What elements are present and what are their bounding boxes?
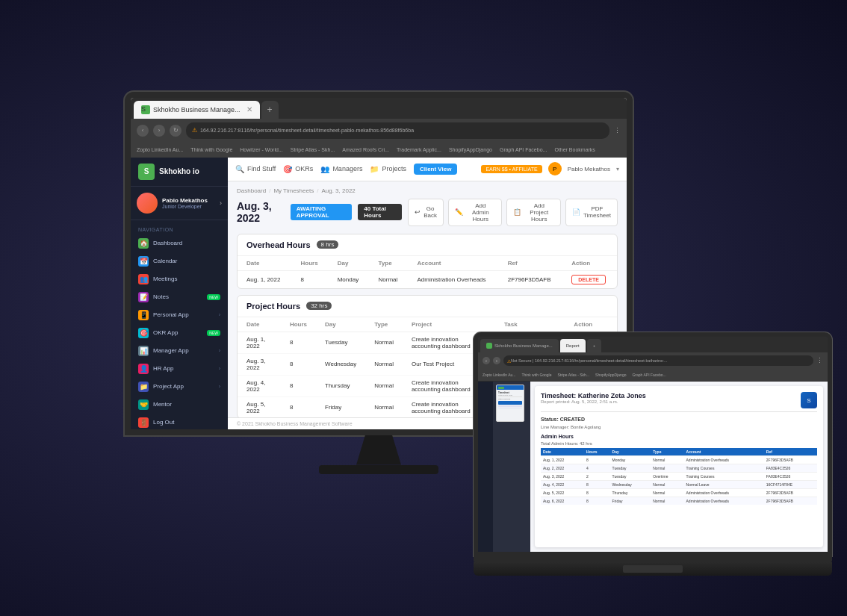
proj-row3-date: Aug. 4, 2022 xyxy=(238,375,281,396)
projects-btn[interactable]: 📁 Projects xyxy=(370,165,406,173)
sidebar-logo: S Skhokho io xyxy=(131,158,228,187)
go-back-button[interactable]: ↩ Go Back xyxy=(408,199,444,226)
overhead-row1-type: Normal xyxy=(370,270,409,288)
sidebar-item-label-notes: Notes xyxy=(153,293,169,300)
r2-account: Training Courses xyxy=(684,464,764,473)
r3-account: Training Courses xyxy=(684,473,764,481)
sidebar-item-calendar[interactable]: 📅 Calendar xyxy=(131,252,228,270)
top-nav-right: EARN $$ • AFFILIATE P Pablo Mekathos ▾ xyxy=(481,162,619,175)
main-wrapper: S Skhokho Business Manage... ✕ + ‹ › ↻ ⚠… xyxy=(0,0,847,616)
laptop-browser: Skhokho Business Manage... Report + ‹ › … xyxy=(478,337,828,382)
pdf-timesheet-button[interactable]: 📄 PDF Timesheet xyxy=(565,199,618,226)
okrs-icon: 🎯 xyxy=(283,165,292,173)
bookmark-7[interactable]: ShopifyAppDjango xyxy=(449,147,492,152)
r5-account: Administration Overheads xyxy=(684,489,764,497)
laptop-back-btn[interactable]: ‹ xyxy=(483,357,490,364)
report-thumbnail[interactable]: Timesheet Katherine Zeta Jones Status: C… xyxy=(496,385,524,422)
tab-close[interactable]: ✕ xyxy=(246,105,252,113)
okrs-btn[interactable]: 🎯 OKRs xyxy=(283,165,313,173)
add-admin-label: Add Admin Hours xyxy=(466,202,495,223)
sidebar-item-personal-app[interactable]: 📱 Personal App › xyxy=(131,306,228,324)
r6-date: Aug. 6, 2022 xyxy=(541,497,584,505)
report-col-type: Type xyxy=(651,448,683,456)
bookmark-6[interactable]: Trademark Applic... xyxy=(397,147,441,152)
header-actions: ↩ Go Back ✏️ Add Admin Hours 📋 xyxy=(408,199,618,226)
page-date: Aug. 3, 2022 xyxy=(237,200,285,224)
page-header: Aug. 3, 2022 AWAITING APPROVAL 40 Total … xyxy=(237,199,618,226)
r2-hours: 4 xyxy=(584,464,610,473)
laptop-url-bar[interactable]: ⚠ Not Secure | 164.92.216.217:8116/hr/pe… xyxy=(503,355,813,366)
add-project-icon: 📋 xyxy=(513,208,521,216)
list-item: Aug. 1, 2022 8 Monday Normal Administrat… xyxy=(541,456,817,464)
overhead-table: Date Hours Day Type Account Ref Action xyxy=(238,256,617,288)
browser-tab-new[interactable]: + xyxy=(261,101,279,119)
proj-row1-type: Normal xyxy=(365,332,403,353)
bookmark-5[interactable]: Amazed Roofs Cri... xyxy=(342,147,389,152)
sidebar-item-manager-app[interactable]: 📊 Manager App › xyxy=(131,342,228,360)
forward-button[interactable]: › xyxy=(153,125,165,137)
managers-label: Managers xyxy=(332,165,362,172)
laptop-panel: Timesheet Katherine Zeta Jones Status: C… xyxy=(493,382,530,552)
calendar-icon: 📅 xyxy=(138,256,149,267)
find-stuff-btn[interactable]: 🔍 Find Stuff xyxy=(235,165,276,173)
r2-type: Normal xyxy=(651,464,683,473)
laptop-forward-btn[interactable]: › xyxy=(493,357,500,364)
sidebar-item-label-dashboard: Dashboard xyxy=(153,240,182,246)
proj-row1-hours: 8 xyxy=(281,332,316,353)
nav-label: Navigation xyxy=(131,225,228,234)
bookmark-3[interactable]: Howitzer - World... xyxy=(240,147,282,152)
user-info: Pablo Mekathos Junior Developer xyxy=(162,197,215,209)
sidebar-item-logout[interactable]: 🚪 Log Out xyxy=(131,414,228,429)
url-bar[interactable]: ⚠ 164.92.216.217:8116/hr/personal/timesh… xyxy=(186,122,609,139)
bookmark-9[interactable]: Other Bookmarks xyxy=(554,147,595,152)
list-item: Aug. 3, 2022 2 Tuesday Overtime Training… xyxy=(541,473,817,481)
overhead-row1-ref: 2F796F3D5AFB xyxy=(499,270,562,288)
add-admin-hours-button[interactable]: ✏️ Add Admin Hours xyxy=(448,199,502,226)
browser-tab-active[interactable]: S Skhokho Business Manage... ✕ xyxy=(134,101,260,119)
laptop-bk-1[interactable]: Zopto LinkedIn Au... xyxy=(483,373,515,377)
sidebar-item-dashboard[interactable]: 🏠 Dashboard xyxy=(131,234,228,252)
reload-button[interactable]: ↻ xyxy=(170,125,182,137)
bookmark-2[interactable]: Think with Google xyxy=(190,147,232,152)
back-button[interactable]: ‹ xyxy=(137,125,149,137)
sidebar-item-label-calendar: Calendar xyxy=(153,258,177,264)
report-section-title: Admin Hours xyxy=(541,434,817,439)
laptop-bk-2[interactable]: Think with Google xyxy=(521,373,551,377)
laptop-bk-5[interactable]: Graph API Facebo... xyxy=(632,373,666,377)
sidebar-item-notes[interactable]: 📝 Notes NEW xyxy=(131,288,228,306)
add-project-hours-button[interactable]: 📋 Add Project Hours xyxy=(506,199,561,226)
laptop-tab-new[interactable]: + xyxy=(587,339,602,352)
monitor-base xyxy=(319,465,438,474)
breadcrumb-timesheets[interactable]: My Timesheets xyxy=(273,187,314,194)
laptop-trackpad[interactable] xyxy=(623,565,683,573)
bookmark-4[interactable]: Stripe Atlas - Skh... xyxy=(291,147,335,152)
laptop-tab-2-label: Report xyxy=(566,343,580,348)
list-item: Aug. 4, 2022 8 Wednesday Normal Normal L… xyxy=(541,481,817,489)
client-view-btn[interactable]: Client View xyxy=(414,164,458,175)
r3-date: Aug. 3, 2022 xyxy=(541,473,584,481)
proj-row4-date: Aug. 5, 2022 xyxy=(238,396,281,417)
add-project-label: Add Project Hours xyxy=(524,202,554,223)
list-item: Aug. 6, 2022 8 Friday Normal Administrat… xyxy=(541,497,817,505)
laptop-tab-1[interactable]: Skhokho Business Manage... xyxy=(480,339,559,352)
sidebar-item-okr-app[interactable]: 🎯 OKR App NEW xyxy=(131,324,228,342)
proj-row4-day: Friday xyxy=(316,396,365,417)
report-header: Timesheet: Katherine Zeta Jones Report p… xyxy=(541,392,817,412)
sidebar-item-hr-app[interactable]: 👤 HR App › xyxy=(131,360,228,378)
earn-btn[interactable]: EARN $$ • AFFILIATE xyxy=(481,165,542,173)
user-dropdown-icon[interactable]: ▾ xyxy=(616,166,619,172)
sidebar-item-label-manager: Manager App xyxy=(153,347,189,354)
laptop-bk-3[interactable]: Stripe Atlas - Skh... xyxy=(558,373,590,377)
sidebar-item-project-app[interactable]: 📁 Project App › xyxy=(131,378,228,396)
breadcrumb-dashboard[interactable]: Dashboard xyxy=(237,187,266,194)
laptop-bk-4[interactable]: ShopifyAppDjango xyxy=(595,373,626,377)
bookmark-1[interactable]: Zopto LinkedIn Au... xyxy=(137,147,183,152)
bookmark-8[interactable]: Graph API Facebo... xyxy=(500,147,547,152)
laptop-sidebar xyxy=(478,382,493,552)
laptop-tab-2[interactable]: Report xyxy=(560,339,586,352)
sidebar-item-mentor[interactable]: 🤝 Mentor xyxy=(131,396,228,414)
overhead-delete-button[interactable]: DELETE xyxy=(571,275,606,284)
managers-btn[interactable]: 👥 Managers xyxy=(320,165,362,173)
sidebar-item-meetings[interactable]: 👥 Meetings xyxy=(131,270,228,288)
report-status: Status: CREATED xyxy=(541,417,817,422)
